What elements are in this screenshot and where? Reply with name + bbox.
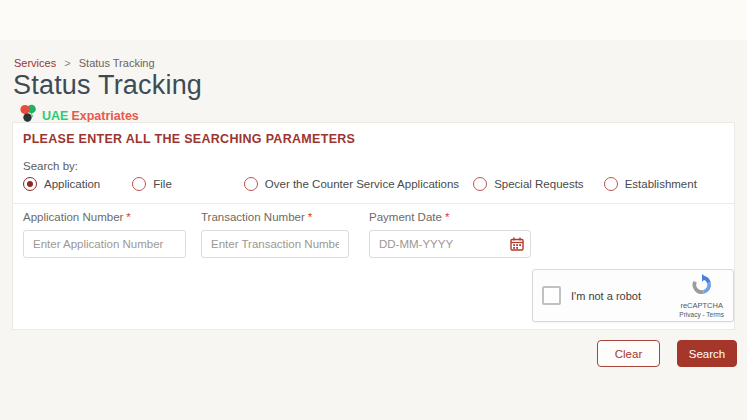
application-number-field: Application Number*: [23, 211, 186, 258]
logo-expatriates: Expatriates: [71, 109, 138, 123]
payment-date-input[interactable]: [369, 230, 531, 258]
field-label: Transaction Number*: [201, 211, 349, 223]
radio-button-icon[interactable]: [473, 177, 487, 191]
panel-heading: PLEASE ENTER ALL THE SEARCHING PARAMETER…: [23, 132, 355, 146]
field-label-text: Transaction Number: [201, 211, 305, 223]
recaptcha-widget: I'm not a robot reCAPTCHA Privacy - Term…: [532, 269, 734, 322]
required-asterisk: *: [126, 211, 130, 223]
logo-uae: UAE: [42, 109, 68, 123]
radio-file[interactable]: File: [132, 177, 172, 191]
recaptcha-label: I'm not a robot: [571, 290, 679, 302]
field-label: Application Number*: [23, 211, 186, 223]
radio-label: Over the Counter Service Applications: [265, 178, 459, 190]
top-band: [0, 0, 747, 40]
radio-button-icon[interactable]: [604, 177, 618, 191]
transaction-number-field: Transaction Number*: [201, 211, 349, 258]
breadcrumb-services[interactable]: Services: [14, 57, 56, 69]
required-asterisk: *: [308, 211, 312, 223]
radio-special-requests[interactable]: Special Requests: [473, 177, 584, 191]
form-actions: Clear Search: [597, 340, 737, 367]
field-label: Payment Date*: [369, 211, 531, 223]
page-title: Status Tracking: [13, 70, 202, 101]
radio-button-icon[interactable]: [244, 177, 258, 191]
recaptcha-checkbox[interactable]: [542, 286, 561, 305]
radio-label: Application: [44, 178, 100, 190]
recaptcha-privacy-terms[interactable]: Privacy - Terms: [679, 311, 724, 318]
search-parameters-panel: PLEASE ENTER ALL THE SEARCHING PARAMETER…: [12, 122, 735, 330]
search-button[interactable]: Search: [677, 340, 737, 367]
breadcrumb: Services > Status Tracking: [14, 57, 155, 69]
transaction-number-input[interactable]: [201, 230, 349, 258]
status-tracking-page: Services > Status Tracking Status Tracki…: [0, 0, 747, 420]
recaptcha-logo-icon: [691, 274, 713, 300]
radio-label: Special Requests: [494, 178, 584, 190]
radio-label: Establishment: [625, 178, 697, 190]
field-label-text: Payment Date: [369, 211, 442, 223]
breadcrumb-separator: >: [64, 57, 70, 69]
search-form: Application Number* Transaction Number* …: [23, 211, 531, 258]
application-number-input[interactable]: [23, 230, 186, 258]
clear-button[interactable]: Clear: [597, 340, 660, 367]
radio-establishment[interactable]: Establishment: [604, 177, 697, 191]
calendar-icon[interactable]: [510, 237, 524, 251]
payment-date-field: Payment Date*: [369, 211, 531, 258]
radio-label: File: [153, 178, 172, 190]
radio-button-icon[interactable]: [23, 177, 37, 191]
search-by-label: Search by:: [23, 160, 78, 172]
search-by-radio-group: Application File Over the Counter Servic…: [23, 177, 697, 191]
radio-button-icon[interactable]: [132, 177, 146, 191]
radio-over-the-counter[interactable]: Over the Counter Service Applications: [244, 177, 459, 191]
radio-application[interactable]: Application: [23, 177, 100, 191]
recaptcha-name: reCAPTCHA: [680, 301, 723, 310]
required-asterisk: *: [445, 211, 449, 223]
panel-divider: [13, 203, 734, 204]
breadcrumb-current: Status Tracking: [79, 57, 155, 69]
field-label-text: Application Number: [23, 211, 123, 223]
logo-text: UAEExpatriates: [42, 109, 139, 123]
recaptcha-brand: reCAPTCHA Privacy - Terms: [679, 274, 724, 318]
